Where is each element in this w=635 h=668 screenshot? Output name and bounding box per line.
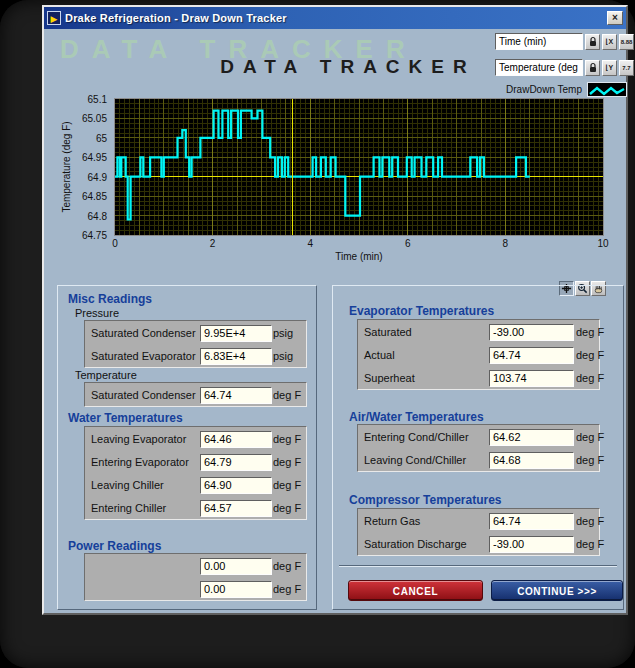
reading-row: Entering Cond/Chiller 64.62 deg F xyxy=(358,426,599,449)
reading-label: Saturated Condenser xyxy=(91,327,196,339)
reading-unit: deg F xyxy=(273,433,301,445)
reading-row: Return Gas 64.74 deg F xyxy=(358,510,599,533)
reading-label: Entering Chiller xyxy=(91,502,166,514)
reading-row: Saturated Evaporator 6.83E+4 psig xyxy=(85,345,306,368)
y-tick-label: 65 xyxy=(65,133,107,144)
reading-value-input[interactable]: -39.00 xyxy=(489,324,574,341)
reading-value-input[interactable]: 103.74 xyxy=(489,370,574,387)
section-title-water-temperatures: Water Temperatures xyxy=(68,411,183,425)
title-bar[interactable]: ▶ Drake Refrigeration - Draw Down Tracke… xyxy=(44,7,626,29)
reading-unit: psig xyxy=(273,350,293,362)
reading-row: Saturated Condenser 9.95E+4 psig xyxy=(85,322,306,345)
legend-waveform-icon[interactable] xyxy=(587,82,627,97)
reading-value-input[interactable]: -39.00 xyxy=(489,536,574,553)
reading-unit: deg F xyxy=(576,326,604,338)
chart-plot-area[interactable] xyxy=(115,99,603,235)
screenshot-canvas: ▶ Drake Refrigeration - Draw Down Tracke… xyxy=(0,0,635,668)
x-format-button[interactable]: 8.88 xyxy=(619,34,634,50)
reading-value-input[interactable]: 64.90 xyxy=(200,477,272,494)
plot-legend: DrawDown Temp xyxy=(474,82,627,97)
reading-value-input[interactable]: 64.68 xyxy=(489,452,574,469)
reading-label: Actual xyxy=(364,349,395,361)
y-autoscale-button[interactable]: ⌊Y xyxy=(602,60,617,76)
section-title-evaporator: Evaporator Temperatures xyxy=(349,304,494,318)
reading-row: Superheat 103.74 deg F xyxy=(358,367,599,390)
reading-value-input[interactable]: 64.62 xyxy=(489,429,574,446)
x-autoscale-button[interactable]: ⌊X xyxy=(602,34,617,50)
reading-row: Leaving Evaporator 64.46 deg F xyxy=(85,428,306,451)
reading-value-input[interactable]: 64.74 xyxy=(489,513,574,530)
y-tick-label: 64.8 xyxy=(65,211,107,222)
x-tick-label: 10 xyxy=(588,238,618,249)
reading-unit: deg F xyxy=(273,389,301,401)
reading-value-input[interactable]: 64.74 xyxy=(489,347,574,364)
waveform-chart[interactable] xyxy=(114,98,604,236)
reading-unit: deg F xyxy=(576,538,604,550)
y-tick-label: 65.05 xyxy=(65,113,107,124)
reading-row: Saturated -39.00 deg F xyxy=(358,321,599,344)
reading-label: Leaving Cond/Chiller xyxy=(364,454,466,466)
y-axis-name-input[interactable]: Temperature (deg xyxy=(495,59,583,76)
close-button[interactable]: × xyxy=(607,11,623,25)
reading-row: Entering Evaporator 64.79 deg F xyxy=(85,451,306,474)
sub-label-temperature: Temperature xyxy=(75,369,137,381)
reading-value-input[interactable]: 64.74 xyxy=(200,387,272,404)
continue-button[interactable]: CONTINUE >>> xyxy=(491,580,623,601)
front-panel: DATA TRACKER DATA TRACKER Time (min) ⌊X … xyxy=(44,29,626,613)
reading-value-input[interactable]: 64.79 xyxy=(200,454,272,471)
reading-label: Saturated xyxy=(364,326,412,338)
legend-series-label: DrawDown Temp xyxy=(506,84,582,95)
section-title-air-water: Air/Water Temperatures xyxy=(349,410,484,424)
evaporator-row-group: Saturated -39.00 deg F Actual 64.74 deg … xyxy=(357,319,600,390)
reading-label: Saturation Discharge xyxy=(364,538,467,550)
section-title-compressor: Compressor Temperatures xyxy=(349,493,502,507)
reading-row: 0.00 deg F xyxy=(85,578,306,601)
reading-value-input[interactable]: 64.57 xyxy=(200,500,272,517)
reading-value-input[interactable]: 9.95E+4 xyxy=(200,325,272,342)
cancel-button[interactable]: CANCEL xyxy=(348,580,483,601)
x-tick-label: 2 xyxy=(198,238,228,249)
x-tick-label: 4 xyxy=(295,238,325,249)
x-axis-tick-labels: 0246810 xyxy=(115,238,603,250)
x-tick-label: 0 xyxy=(100,238,130,249)
compressor-row-group: Return Gas 64.74 deg F Saturation Discha… xyxy=(357,508,600,556)
y-scale-legend: Temperature (deg ⌊Y 7.7 xyxy=(495,59,634,76)
water-temps-row-group: Leaving Evaporator 64.46 deg F Entering … xyxy=(84,426,307,520)
reading-row: Leaving Chiller 64.90 deg F xyxy=(85,474,306,497)
air-water-row-group: Entering Cond/Chiller 64.62 deg F Leavin… xyxy=(357,424,600,472)
reading-value-input[interactable]: 64.46 xyxy=(200,431,272,448)
reading-label: Return Gas xyxy=(364,515,420,527)
misc-readings-panel: Misc Readings Pressure Saturated Condens… xyxy=(57,285,317,610)
reading-unit: deg F xyxy=(576,349,604,361)
pressure-row-group: Saturated Condenser 9.95E+4 psig Saturat… xyxy=(84,320,307,368)
x-axis-title: Time (min) xyxy=(299,251,419,262)
reading-unit: deg F xyxy=(273,479,301,491)
y-autoscale-lock-button[interactable] xyxy=(585,60,600,76)
reading-unit: deg F xyxy=(273,502,301,514)
reading-row: Leaving Cond/Chiller 64.68 deg F xyxy=(358,449,599,472)
reading-value-input[interactable]: 0.00 xyxy=(200,581,272,598)
sub-label-pressure: Pressure xyxy=(75,307,119,319)
x-scale-legend: Time (min) ⌊X 8.88 xyxy=(495,33,634,50)
lock-icon xyxy=(588,36,598,48)
y-format-button[interactable]: 7.7 xyxy=(619,60,634,76)
reading-row: Entering Chiller 64.57 deg F xyxy=(85,497,306,520)
reading-value-input[interactable]: 6.83E+4 xyxy=(200,348,272,365)
reading-row: Saturation Discharge -39.00 deg F xyxy=(358,533,599,556)
system-temperatures-panel: Evaporator Temperatures Saturated -39.00… xyxy=(332,285,624,610)
reading-label: Leaving Chiller xyxy=(91,479,164,491)
x-autoscale-lock-button[interactable] xyxy=(585,34,600,50)
y-tick-label: 64.9 xyxy=(65,172,107,183)
lock-icon xyxy=(588,62,598,74)
y-tick-label: 64.95 xyxy=(65,152,107,163)
app-window: ▶ Drake Refrigeration - Draw Down Tracke… xyxy=(42,5,628,615)
reading-row: 0.00 deg F xyxy=(85,555,306,578)
section-title-misc-readings: Misc Readings xyxy=(68,292,152,306)
reading-label: Saturated Evaporator xyxy=(91,350,196,362)
labview-app-icon: ▶ xyxy=(47,11,61,25)
x-axis-name-input[interactable]: Time (min) xyxy=(495,33,583,50)
reading-unit: deg F xyxy=(576,372,604,384)
reading-label: Superheat xyxy=(364,372,415,384)
reading-unit: deg F xyxy=(576,431,604,443)
reading-value-input[interactable]: 0.00 xyxy=(200,558,272,575)
